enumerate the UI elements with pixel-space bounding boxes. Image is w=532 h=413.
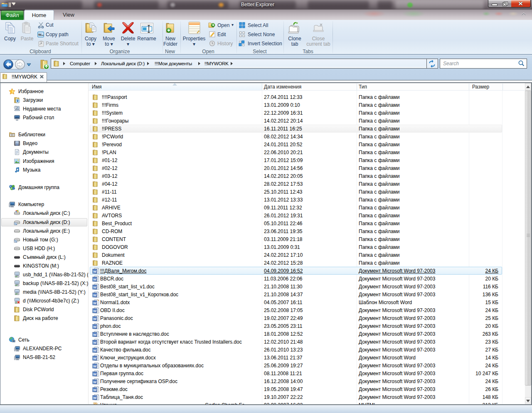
svg-text:W: W <box>38 33 42 37</box>
